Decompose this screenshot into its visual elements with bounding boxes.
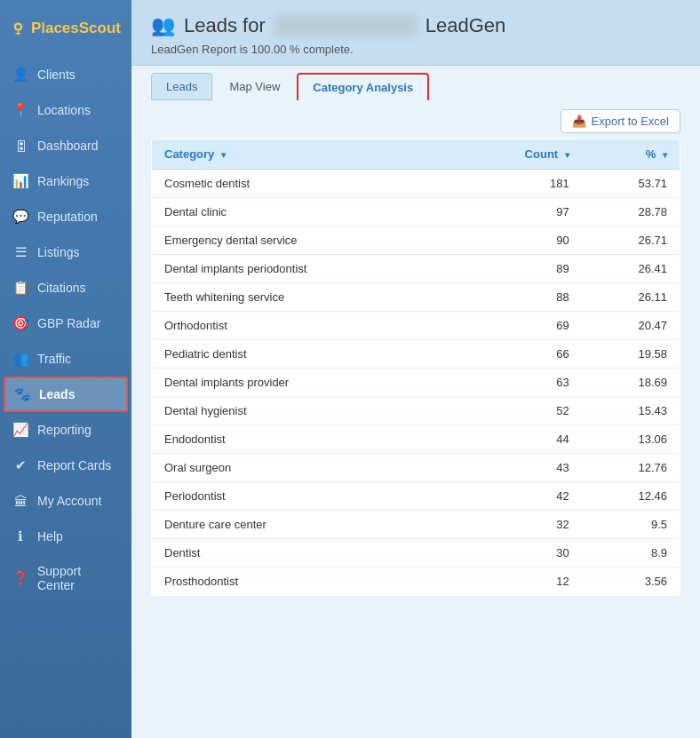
nav-label-dashboard: Dashboard	[37, 139, 99, 153]
table-toolbar: 📥 Export to Excel	[151, 109, 680, 133]
sidebar-item-reputation[interactable]: 💬 Reputation	[0, 199, 131, 234]
nav-label-locations: Locations	[37, 103, 91, 117]
cell-category-1: Dental clinic	[152, 198, 457, 226]
sidebar-item-citations[interactable]: 📋 Citations	[0, 270, 131, 306]
nav-icon-help: ℹ	[12, 528, 28, 544]
sidebar-item-rankings[interactable]: 📊 Rankings	[0, 163, 131, 199]
cell-category-4: Teeth whitening service	[152, 283, 457, 312]
table-row: Pediatric dentist 66 19.58	[152, 340, 680, 369]
tab-leads[interactable]: Leads	[151, 73, 212, 100]
nav-label-reporting: Reporting	[37, 423, 91, 437]
sidebar-item-help[interactable]: ℹ Help	[0, 519, 131, 554]
nav-icon-locations: 📍	[12, 102, 28, 118]
main-content: 👥 Leads for LeadGen LeadGen Report is 10…	[131, 0, 700, 738]
cell-category-11: Periodontist	[152, 482, 457, 511]
cell-count-2: 90	[456, 226, 582, 255]
table-row: Oral surgeon 43 12.76	[152, 454, 680, 482]
nav-label-my-account: My Account	[37, 494, 101, 508]
table-row: Dental implants periodontist 89 26.41	[152, 255, 680, 283]
nav-icon-dashboard: 🎛	[12, 138, 28, 154]
sidebar-item-gbp-radar[interactable]: 🎯 GBP Radar	[0, 306, 131, 341]
sidebar-item-dashboard[interactable]: 🎛 Dashboard	[0, 128, 131, 163]
cell-category-10: Oral surgeon	[152, 454, 457, 482]
cell-category-12: Denture care center	[152, 511, 457, 539]
tab-category-analysis[interactable]: Category Analysis	[297, 73, 429, 100]
nav-icon-my-account: 🏛	[12, 493, 28, 509]
cell-count-7: 63	[456, 369, 582, 397]
export-icon: 📥	[572, 115, 586, 128]
table-row: Dental implants provider 63 18.69	[152, 369, 680, 397]
nav-label-report-cards: Report Cards	[37, 458, 111, 472]
logo-text: PlacesScout	[31, 20, 121, 37]
sidebar-item-leads[interactable]: 🐾 Leads	[4, 377, 128, 412]
cell-percent-13: 8.9	[582, 539, 680, 567]
table-row: Periodontist 42 12.46	[152, 482, 680, 511]
table-row: Orthodontist 69 20.47	[152, 312, 680, 340]
cell-count-14: 12	[456, 567, 582, 596]
nav-label-reputation: Reputation	[37, 210, 98, 224]
nav-label-help: Help	[37, 529, 63, 544]
svg-point-1	[16, 25, 20, 29]
logo[interactable]: PlacesScout	[0, 0, 131, 53]
sidebar-item-my-account[interactable]: 🏛 My Account	[0, 483, 131, 519]
category-table: Category ▾ Count ▾ % ▾ Cosmetic dentist …	[151, 139, 680, 596]
table-row: Emergency dental service 90 26.71	[152, 226, 680, 255]
table-area: 📥 Export to Excel Category ▾ Count ▾ %	[131, 100, 700, 738]
cell-category-0: Cosmetic dentist	[152, 170, 457, 198]
nav-icon-rankings: 📊	[12, 173, 28, 189]
table-row: Dentist 30 8.9	[152, 539, 680, 567]
sidebar-item-support-center[interactable]: ❓ Support Center	[0, 554, 131, 602]
column-header-category[interactable]: Category ▾	[152, 139, 457, 170]
cell-percent-0: 53.71	[582, 170, 680, 198]
cell-category-2: Emergency dental service	[152, 226, 457, 255]
column-header-count[interactable]: Count ▾	[456, 139, 582, 170]
cell-category-9: Endodontist	[152, 425, 457, 454]
nav-icon-clients: 👤	[12, 67, 28, 83]
table-row: Dental hygienist 52 15.43	[152, 397, 680, 425]
cell-percent-7: 18.69	[582, 369, 680, 397]
nav-label-clients: Clients	[37, 67, 76, 82]
cell-count-12: 32	[456, 511, 582, 539]
cell-count-3: 89	[456, 255, 582, 283]
tabs-bar: LeadsMap ViewCategory Analysis	[131, 66, 700, 100]
table-row: Dental clinic 97 28.78	[152, 198, 680, 226]
nav-label-citations: Citations	[37, 281, 85, 295]
cell-category-5: Orthodontist	[152, 312, 457, 340]
sidebar-item-reporting[interactable]: 📈 Reporting	[0, 412, 131, 448]
nav-icon-reporting: 📈	[12, 422, 28, 438]
sidebar-item-locations[interactable]: 📍 Locations	[0, 92, 131, 128]
cell-percent-5: 20.47	[582, 312, 680, 340]
cell-count-5: 69	[456, 312, 582, 340]
nav-label-rankings: Rankings	[37, 174, 89, 188]
cell-category-7: Dental implants provider	[152, 369, 457, 397]
cell-category-6: Pediatric dentist	[152, 340, 457, 369]
tab-map-view[interactable]: Map View	[214, 73, 295, 100]
cell-percent-14: 3.56	[582, 567, 680, 596]
logo-icon	[11, 12, 26, 44]
column-header-percent[interactable]: % ▾	[582, 139, 680, 170]
sidebar-item-listings[interactable]: ☰ Listings	[0, 234, 131, 270]
sidebar-item-traffic[interactable]: 👥 Traffic	[0, 341, 131, 377]
sidebar-item-report-cards[interactable]: ✔ Report Cards	[0, 448, 131, 483]
export-label: Export to Excel	[592, 115, 669, 128]
cell-count-13: 30	[456, 539, 582, 567]
nav-label-support-center: Support Center	[37, 564, 119, 592]
table-row: Denture care center 32 9.5	[152, 511, 680, 539]
cell-percent-2: 26.71	[582, 226, 680, 255]
sort-icon-category: ▾	[221, 150, 226, 160]
sidebar-item-clients[interactable]: 👤 Clients	[0, 57, 131, 92]
title-suffix: LeadGen	[426, 14, 506, 37]
leads-icon: 👥	[151, 14, 175, 37]
cell-percent-6: 19.58	[582, 340, 680, 369]
cell-count-11: 42	[456, 482, 582, 511]
export-button[interactable]: 📥 Export to Excel	[561, 109, 680, 133]
cell-percent-1: 28.78	[582, 198, 680, 226]
sort-icon-count: ▾	[565, 150, 569, 160]
cell-count-0: 181	[456, 170, 582, 198]
cell-category-13: Dentist	[152, 539, 457, 567]
nav-icon-reputation: 💬	[12, 209, 28, 225]
nav-icon-citations: 📋	[12, 280, 28, 296]
cell-percent-8: 15.43	[582, 397, 680, 425]
cell-category-14: Prosthodontist	[152, 567, 457, 596]
nav-label-traffic: Traffic	[37, 352, 71, 366]
